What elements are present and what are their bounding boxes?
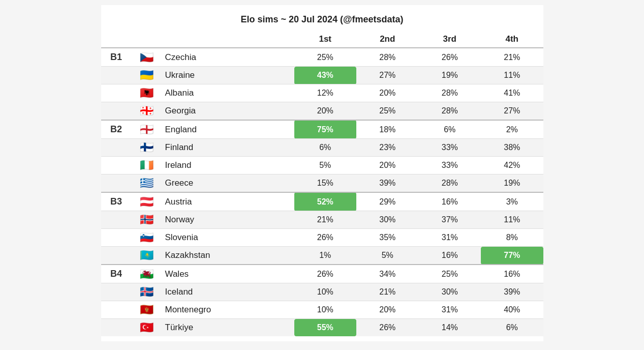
- country-name: Czechia: [162, 48, 294, 67]
- pct-2: 20%: [356, 157, 419, 174]
- pct-4: 6%: [481, 319, 543, 337]
- pct-3: 26%: [419, 48, 481, 67]
- pct-4: 41%: [481, 84, 543, 102]
- group-label: [101, 319, 132, 337]
- flag-cell: 🇰🇿: [132, 247, 162, 265]
- flag-col-header: [132, 31, 162, 48]
- flag-cell: 🇸🇮: [132, 229, 162, 247]
- pct-4: 38%: [481, 139, 543, 157]
- first-col-header: 1st: [294, 31, 357, 48]
- country-name: Ukraine: [162, 67, 294, 84]
- country-name: Kazakhstan: [162, 247, 294, 265]
- pct-2: 21%: [356, 283, 419, 301]
- flag-cell: 🇫🇮: [132, 139, 162, 157]
- country-name: Finland: [162, 139, 294, 157]
- group-label: [101, 283, 132, 301]
- pct-3: 19%: [419, 67, 481, 84]
- country-name: Greece: [162, 174, 294, 193]
- pct-3: 33%: [419, 157, 481, 174]
- flag-cell: 🇺🇦: [132, 67, 162, 84]
- pct-3: 28%: [419, 174, 481, 193]
- pct-1: 25%: [294, 48, 357, 67]
- pct-1: 21%: [294, 211, 357, 229]
- pct-3: 16%: [419, 192, 481, 211]
- pct-1: 10%: [294, 301, 357, 319]
- pct-2: 39%: [356, 174, 419, 193]
- pct-1: 55%: [294, 319, 357, 337]
- pct-3: 28%: [419, 84, 481, 102]
- elo-table: 1st 2nd 3rd 4th B1🇨🇿Czechia25%28%26%21%🇺…: [101, 31, 543, 336]
- pct-3: 25%: [419, 265, 481, 283]
- pct-3: 31%: [419, 229, 481, 247]
- pct-2: 28%: [356, 48, 419, 67]
- flag-cell: 🇮🇪: [132, 157, 162, 174]
- group-label: [101, 157, 132, 174]
- group-label: B2: [101, 120, 132, 139]
- pct-4: 11%: [481, 67, 543, 84]
- pct-4: 39%: [481, 283, 543, 301]
- pct-4: 11%: [481, 211, 543, 229]
- flag-cell: 🇲🇪: [132, 301, 162, 319]
- pct-2: 27%: [356, 67, 419, 84]
- pct-1: 52%: [294, 192, 357, 211]
- country-name: Albania: [162, 84, 294, 102]
- country-name: Ireland: [162, 157, 294, 174]
- group-label: B4: [101, 265, 132, 283]
- group-label: [101, 84, 132, 102]
- flag-cell: 🇳🇴: [132, 211, 162, 229]
- country-name: Wales: [162, 265, 294, 283]
- group-label: B3: [101, 192, 132, 211]
- flag-cell: 🇨🇿: [132, 48, 162, 67]
- pct-2: 29%: [356, 192, 419, 211]
- pct-3: 30%: [419, 283, 481, 301]
- flag-cell: 🇬🇪: [132, 102, 162, 121]
- pct-4: 21%: [481, 48, 543, 67]
- pct-4: 3%: [481, 192, 543, 211]
- group-label: [101, 247, 132, 265]
- pct-1: 6%: [294, 139, 357, 157]
- pct-4: 2%: [481, 120, 543, 139]
- flag-cell: 🇮🇸: [132, 283, 162, 301]
- pct-2: 34%: [356, 265, 419, 283]
- pct-3: 31%: [419, 301, 481, 319]
- country-name: Montenegro: [162, 301, 294, 319]
- pct-1: 10%: [294, 283, 357, 301]
- pct-2: 26%: [356, 319, 419, 337]
- pct-3: 37%: [419, 211, 481, 229]
- country-name: Georgia: [162, 102, 294, 121]
- pct-3: 16%: [419, 247, 481, 265]
- pct-4: 16%: [481, 265, 543, 283]
- pct-1: 5%: [294, 157, 357, 174]
- group-label: [101, 301, 132, 319]
- pct-2: 23%: [356, 139, 419, 157]
- country-name: England: [162, 120, 294, 139]
- pct-1: 26%: [294, 265, 357, 283]
- pct-2: 30%: [356, 211, 419, 229]
- flag-cell: 🇦🇹: [132, 192, 162, 211]
- chart-title: Elo sims ~ 20 Jul 2024 (@fmeetsdata): [101, 10, 543, 31]
- pct-2: 20%: [356, 301, 419, 319]
- pct-3: 14%: [419, 319, 481, 337]
- group-label: [101, 229, 132, 247]
- pct-1: 20%: [294, 102, 357, 121]
- group-label: [101, 174, 132, 193]
- pct-4: 40%: [481, 301, 543, 319]
- group-label: [101, 67, 132, 84]
- flag-cell: 🇬🇷: [132, 174, 162, 193]
- flag-cell: 🏴󠁧󠁢󠁷󠁬󠁳󠁿: [132, 265, 162, 283]
- pct-4: 8%: [481, 229, 543, 247]
- group-label: B1: [101, 48, 132, 67]
- pct-4: 77%: [481, 247, 543, 265]
- pct-2: 18%: [356, 120, 419, 139]
- country-col-header: [162, 31, 294, 48]
- pct-3: 28%: [419, 102, 481, 121]
- pct-2: 35%: [356, 229, 419, 247]
- pct-2: 20%: [356, 84, 419, 102]
- country-name: Türkiye: [162, 319, 294, 337]
- pct-1: 15%: [294, 174, 357, 193]
- pct-4: 27%: [481, 102, 543, 121]
- flag-cell: 🇦🇱: [132, 84, 162, 102]
- pct-1: 26%: [294, 229, 357, 247]
- country-name: Slovenia: [162, 229, 294, 247]
- group-label: [101, 102, 132, 121]
